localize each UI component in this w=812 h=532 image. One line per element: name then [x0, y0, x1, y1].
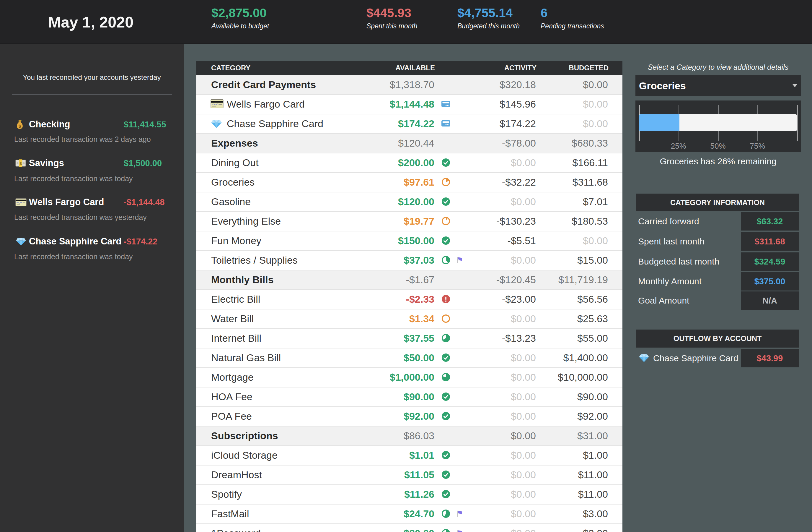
svg-text:$: $ — [19, 124, 21, 129]
svg-text:$: $ — [19, 162, 22, 166]
